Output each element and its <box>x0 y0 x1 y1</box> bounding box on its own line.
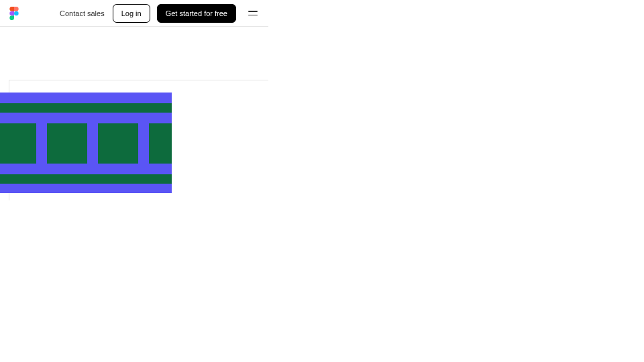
svg-rect-9 <box>36 103 47 113</box>
login-button[interactable]: Log in <box>113 4 150 23</box>
hamburger-menu-icon[interactable] <box>248 8 259 19</box>
svg-rect-13 <box>87 174 98 184</box>
figma-logo[interactable] <box>9 7 19 20</box>
svg-point-0 <box>14 11 19 15</box>
svg-rect-10 <box>87 103 98 113</box>
plaid-pattern-image <box>0 93 172 193</box>
contact-sales-link[interactable]: Contact sales <box>58 7 106 20</box>
get-started-button[interactable]: Get started for free <box>157 4 236 23</box>
header-nav: Contact sales Log in Get started for fre… <box>58 4 259 23</box>
content-area <box>0 80 268 200</box>
svg-rect-11 <box>138 103 149 113</box>
svg-rect-12 <box>36 174 47 184</box>
site-header: Contact sales Log in Get started for fre… <box>0 0 268 27</box>
svg-rect-14 <box>138 174 149 184</box>
figma-logo-icon <box>9 7 19 20</box>
